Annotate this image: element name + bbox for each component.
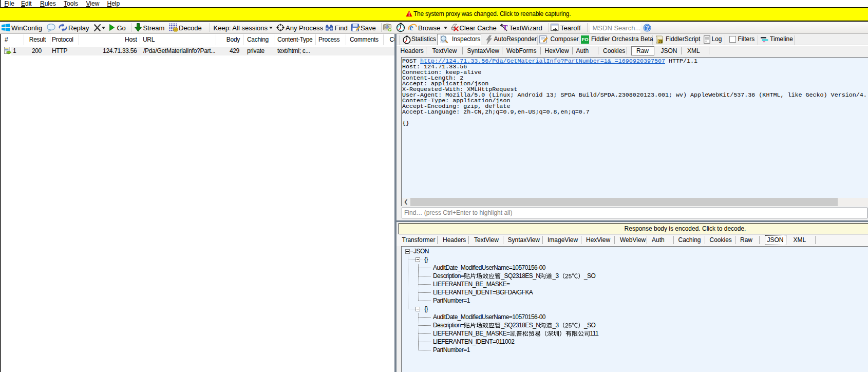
svg-text:JS: JS <box>658 40 663 43</box>
svg-text:?: ? <box>646 25 649 31</box>
svg-text:T: T <box>503 24 508 32</box>
